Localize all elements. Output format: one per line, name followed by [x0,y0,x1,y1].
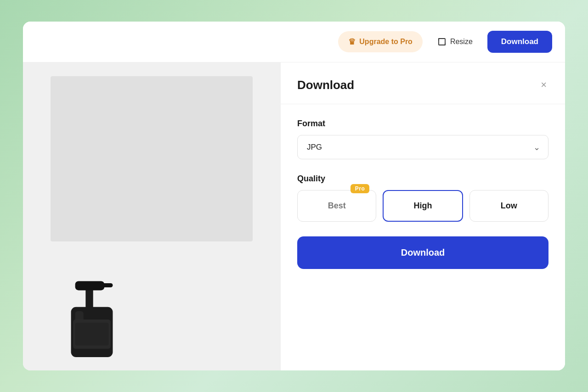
quality-field-group: Quality Pro Best High Low [297,174,548,222]
main-content: Download × Format JPG PNG WebP ⌄ [23,62,565,370]
panel-title: Download [297,78,354,92]
quality-low-label: Low [501,201,517,210]
svg-rect-4 [100,283,113,287]
svg-rect-3 [75,281,105,290]
quality-best-label: Best [328,201,346,210]
resize-label: Resize [450,38,473,46]
pro-badge: Pro [351,184,370,193]
quality-options: Pro Best High Low [297,190,548,222]
format-label: Format [297,119,548,129]
resize-button[interactable]: Resize [429,32,481,52]
format-select-wrapper: JPG PNG WebP ⌄ [297,135,548,159]
quality-label: Quality [297,174,548,184]
upgrade-label: Upgrade to Pro [359,38,413,46]
download-panel: Download × Format JPG PNG WebP ⌄ [280,62,565,370]
crown-icon: ♛ [348,37,356,47]
app-window: ♛ Upgrade to Pro Resize Download [23,22,565,370]
close-icon: × [541,79,547,91]
download-header-button[interactable]: Download [487,31,552,53]
quality-low-button[interactable]: Low [469,190,548,222]
canvas-background [51,76,253,241]
canvas-area [23,62,280,370]
format-field-group: Format JPG PNG WebP ⌄ [297,119,548,159]
upgrade-to-pro-button[interactable]: ♛ Upgrade to Pro [338,31,423,52]
quality-best-button[interactable]: Pro Best [297,190,376,222]
quality-high-button[interactable]: High [383,190,463,222]
header: ♛ Upgrade to Pro Resize Download [23,22,565,62]
resize-icon [437,37,447,46]
product-image [60,269,124,361]
svg-rect-0 [439,39,445,45]
svg-rect-7 [75,323,109,345]
download-action-button[interactable]: Download [297,236,548,269]
close-button[interactable]: × [539,77,548,93]
format-select[interactable]: JPG PNG WebP [297,135,548,159]
quality-high-label: High [413,201,432,210]
panel-body: Format JPG PNG WebP ⌄ Quality [281,104,565,370]
panel-header: Download × [281,62,565,104]
